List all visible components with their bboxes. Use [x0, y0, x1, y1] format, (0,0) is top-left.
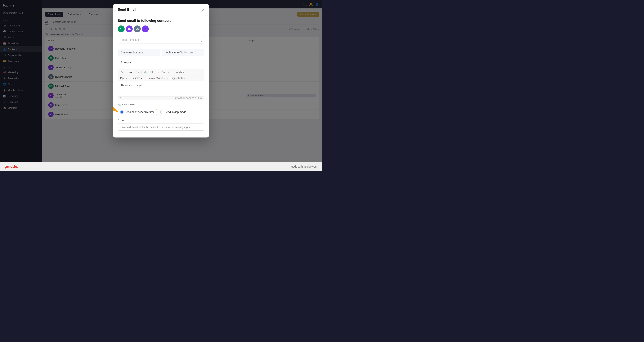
text-color-button[interactable]: A▾	[161, 70, 166, 74]
formats-button[interactable]: Formats ▾	[131, 76, 142, 80]
contact-avatar-ds: DS	[134, 26, 141, 32]
custom-values-button[interactable]: Custom Values ▾	[147, 76, 166, 80]
attach-files[interactable]: 📎 Attach Files	[118, 103, 204, 106]
send-email-modal: Send Email × Send email to following con…	[113, 4, 209, 138]
separator-3	[129, 76, 129, 80]
trigger-links-button[interactable]: Trigger Links ▾	[170, 76, 186, 80]
toolbar-separator-1	[142, 71, 142, 74]
font-size-dropdown-icon[interactable]: ▾	[126, 77, 127, 80]
separator-5	[168, 76, 168, 80]
contact-avatar-te: TE	[126, 26, 133, 32]
toolbar-separator-2	[174, 71, 174, 74]
font-dropdown-icon[interactable]: ▾	[186, 71, 187, 74]
modal-close-button[interactable]: ×	[202, 8, 204, 12]
send-all-radio[interactable]	[120, 110, 124, 114]
send-drip-radio[interactable]	[160, 110, 163, 114]
send-drip-label: Send in drip mode	[164, 110, 186, 114]
word-count: 4 WORDS POWERED BY TINY	[175, 97, 202, 100]
from-fields	[118, 49, 204, 56]
bottom-bar: guidde. Made with guidde.com	[0, 162, 322, 171]
main-content: 📞 🔔 👤 Smart Lists Bulk Actions Restore I…	[42, 0, 322, 171]
modal-overlay: Send Email × Send email to following con…	[42, 0, 322, 171]
send-to-title: Send email to following contacts	[118, 19, 204, 23]
from-name-field[interactable]	[118, 49, 160, 56]
modal-body: Send email to following contacts KT TE D…	[113, 15, 209, 138]
guidde-logo: guidde.	[4, 164, 18, 169]
bg-color-button[interactable]: ▭▾	[167, 70, 173, 74]
paperclip-icon: 📎	[118, 103, 121, 106]
made-with-text: Made with guidde.com	[290, 165, 318, 168]
bold-button[interactable]: B	[120, 70, 124, 74]
from-email-field[interactable]	[162, 49, 204, 56]
paragraph-tag: P	[120, 97, 121, 100]
underline-button[interactable]: U▾	[155, 70, 160, 74]
contact-avatars: KT TE DS RT	[118, 26, 204, 32]
italic-button[interactable]: I	[125, 70, 127, 74]
subject-field[interactable]	[118, 59, 204, 66]
editor-content: This is an example	[120, 84, 143, 87]
email-template-select[interactable]: Email Templates	[118, 36, 204, 44]
editor-toolbar-row2: 11pt ▾ Formats ▾ Custom Values ▾ Trigger…	[118, 76, 204, 81]
link-button[interactable]: 🔗	[143, 70, 148, 74]
ordered-list-button[interactable]: ☰▾	[134, 70, 140, 74]
send-options: Send all at schedule time Send in drip m…	[118, 109, 204, 115]
email-template-wrapper: Email Templates ▾	[118, 36, 204, 46]
unordered-list-button[interactable]: ≡▾	[128, 70, 133, 74]
send-all-label: Send all at schedule time	[125, 110, 154, 114]
image-button[interactable]: 🖼	[149, 70, 154, 74]
editor-toolbar: B I ≡▾ ☰▾ 🔗 🖼 U▾ A▾ ▭▾ Verdana	[118, 69, 204, 76]
action-input[interactable]	[118, 124, 204, 130]
contact-avatar-kt: KT	[118, 26, 125, 32]
editor-footer: P 4 WORDS POWERED BY TINY	[118, 96, 204, 100]
modal-header: Send Email ×	[113, 4, 209, 15]
font-size-label: 11pt	[120, 77, 124, 80]
modal-title: Send Email	[118, 8, 136, 12]
action-section: Action	[118, 119, 204, 130]
contact-avatar-rt: RT	[142, 26, 149, 32]
send-all-option[interactable]: Send all at schedule time	[118, 109, 157, 115]
editor-body[interactable]: This is an example	[118, 81, 204, 96]
send-drip-option[interactable]: Send in drip mode	[160, 110, 186, 114]
action-label: Action	[118, 119, 204, 122]
separator-4	[145, 76, 145, 80]
email-editor: B I ≡▾ ☰▾ 🔗 🖼 U▾ A▾ ▭▾ Verdana	[118, 69, 204, 100]
font-family-label: Verdana	[176, 71, 184, 74]
attach-files-label: Attach Files	[122, 103, 135, 106]
